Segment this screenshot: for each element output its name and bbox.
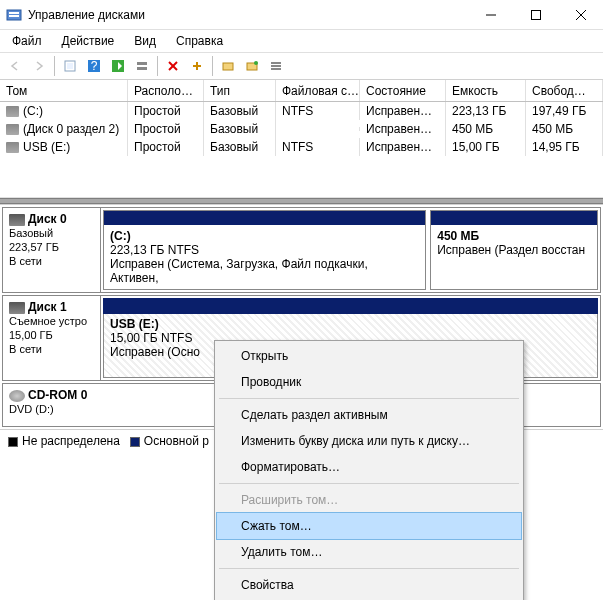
disk-icon (9, 214, 25, 226)
svg-rect-1 (9, 12, 19, 14)
swatch-unallocated-icon (8, 437, 18, 447)
context-open[interactable]: Открыть (217, 343, 521, 369)
menu-separator (219, 483, 519, 484)
properties-button[interactable] (131, 55, 153, 77)
disk-row: Диск 0 Базовый 223,57 ГБ В сети (C:) 223… (2, 207, 601, 293)
separator-icon (212, 56, 213, 76)
app-icon (6, 7, 22, 23)
column-layout[interactable]: Располо… (128, 80, 204, 101)
menu-view[interactable]: Вид (126, 32, 164, 50)
svg-text:?: ? (91, 59, 98, 73)
menu-separator (219, 568, 519, 569)
toolbar: ? (0, 52, 603, 80)
column-free[interactable]: Свобод… (526, 80, 603, 101)
back-button[interactable] (4, 55, 26, 77)
table-header: Том Располо… Тип Файловая с… Состояние Е… (0, 80, 603, 102)
context-extend: Расширить том… (217, 487, 521, 513)
menu-help[interactable]: Справка (168, 32, 231, 50)
volume-table: Том Располо… Тип Файловая с… Состояние Е… (0, 80, 603, 198)
svg-point-20 (254, 61, 258, 65)
column-capacity[interactable]: Емкость (446, 80, 526, 101)
disk-info[interactable]: CD-ROM 0 DVD (D:) (3, 384, 101, 426)
menu-bar: Файл Действие Вид Справка (0, 30, 603, 52)
partition[interactable]: 450 МБ Исправен (Раздел восстан (430, 210, 598, 290)
table-row[interactable]: (Диск 0 раздел 2) Простой Базовый Исправ… (0, 120, 603, 138)
partition-header (104, 299, 597, 313)
separator-icon (157, 56, 158, 76)
action-button[interactable] (241, 55, 263, 77)
svg-rect-23 (271, 68, 281, 70)
settings-button[interactable] (186, 55, 208, 77)
svg-rect-18 (223, 63, 233, 70)
column-filesystem[interactable]: Файловая с… (276, 80, 360, 101)
svg-rect-17 (196, 62, 198, 70)
window-title: Управление дисками (28, 8, 468, 22)
title-bar: Управление дисками (0, 0, 603, 30)
volume-icon (6, 106, 19, 117)
context-make-active[interactable]: Сделать раздел активным (217, 402, 521, 428)
forward-button[interactable] (28, 55, 50, 77)
delete-button[interactable] (162, 55, 184, 77)
cdrom-icon (9, 390, 25, 402)
context-format[interactable]: Форматировать… (217, 454, 521, 480)
svg-rect-22 (271, 65, 281, 67)
separator-icon (54, 56, 55, 76)
table-empty-area (0, 156, 603, 198)
context-shrink[interactable]: Сжать том… (217, 513, 521, 539)
disk-icon (9, 302, 25, 314)
list-view-button[interactable] (265, 55, 287, 77)
maximize-button[interactable] (513, 0, 558, 30)
table-row[interactable]: (C:) Простой Базовый NTFS Исправен… 223,… (0, 102, 603, 120)
svg-rect-21 (271, 62, 281, 64)
partition-header (431, 211, 597, 225)
legend-unallocated: Не распределена (8, 434, 120, 448)
close-button[interactable] (558, 0, 603, 30)
svg-rect-8 (67, 63, 73, 69)
legend-primary: Основной р (130, 434, 209, 448)
column-type[interactable]: Тип (204, 80, 276, 101)
svg-rect-2 (9, 15, 19, 17)
rescan-disks-button[interactable] (217, 55, 239, 77)
context-explorer[interactable]: Проводник (217, 369, 521, 395)
help-button[interactable]: ? (83, 55, 105, 77)
menu-file[interactable]: Файл (4, 32, 50, 50)
column-volume[interactable]: Том (0, 80, 128, 101)
partition-header (104, 211, 425, 225)
table-row[interactable]: USB (E:) Простой Базовый NTFS Исправен… … (0, 138, 603, 156)
refresh-scope-button[interactable] (59, 55, 81, 77)
svg-rect-4 (531, 10, 540, 19)
context-delete[interactable]: Удалить том… (217, 539, 521, 565)
disk-info[interactable]: Диск 1 Съемное устро 15,00 ГБ В сети (3, 296, 101, 380)
volume-icon (6, 142, 19, 153)
svg-rect-13 (137, 67, 147, 70)
minimize-button[interactable] (468, 0, 513, 30)
context-properties[interactable]: Свойства (217, 572, 521, 598)
context-change-letter[interactable]: Изменить букву диска или путь к диску… (217, 428, 521, 454)
column-status[interactable]: Состояние (360, 80, 446, 101)
refresh-button[interactable] (107, 55, 129, 77)
menu-separator (219, 398, 519, 399)
table-body: (C:) Простой Базовый NTFS Исправен… 223,… (0, 102, 603, 156)
context-menu: Открыть Проводник Сделать раздел активны… (214, 340, 524, 600)
volume-icon (6, 124, 19, 135)
menu-action[interactable]: Действие (54, 32, 123, 50)
disk-info[interactable]: Диск 0 Базовый 223,57 ГБ В сети (3, 208, 101, 292)
partition[interactable]: (C:) 223,13 ГБ NTFS Исправен (Система, З… (103, 210, 426, 290)
swatch-primary-icon (130, 437, 140, 447)
svg-rect-12 (137, 62, 147, 65)
